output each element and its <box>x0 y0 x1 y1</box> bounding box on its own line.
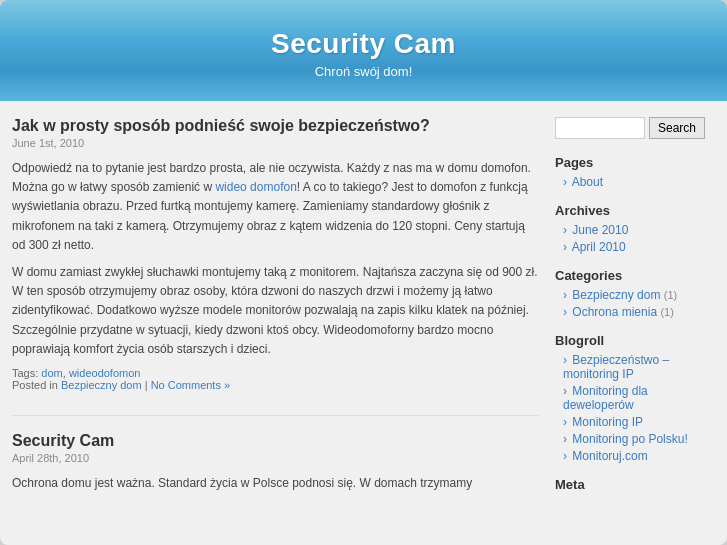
comments-link[interactable]: No Comments » <box>151 379 230 391</box>
archives-title: Archives <box>555 203 715 218</box>
pages-list: › About <box>555 175 715 189</box>
search-button[interactable]: Search <box>649 117 705 139</box>
post-title: Jak w prosty sposób podnieść swoje bezpi… <box>12 117 539 135</box>
blogroll-title: Blogroll <box>555 333 715 348</box>
list-item: › June 2010 <box>563 223 715 237</box>
post-divider <box>12 415 539 416</box>
post-title: Security Cam <box>12 432 539 450</box>
blogroll-link-3[interactable]: Monitoring IP <box>572 415 643 429</box>
inline-link-wideodofomon[interactable]: wideo domofon <box>215 180 296 194</box>
post-paragraph-1: Odpowiedź na to pytanie jest bardzo pros… <box>12 159 539 255</box>
arrow-icon: › <box>563 449 567 463</box>
arrow-icon: › <box>563 223 567 237</box>
blogroll-list: › Bezpieczeństwo – monitoring IP › Monit… <box>555 353 715 463</box>
archives-list: › June 2010 › April 2010 <box>555 223 715 254</box>
arrow-icon: › <box>563 432 567 446</box>
categories-list: › Bezpieczny dom (1) › Ochrona mienia (1… <box>555 288 715 319</box>
main-content: Jak w prosty sposób podnieść swoje bezpi… <box>12 117 539 517</box>
category-count: (1) <box>660 306 673 318</box>
pages-title: Pages <box>555 155 715 170</box>
list-item: › Bezpieczny dom (1) <box>563 288 715 302</box>
list-item: › Bezpieczeństwo – monitoring IP <box>563 353 715 381</box>
tag-wideodofomon[interactable]: wideodofomon <box>69 367 141 379</box>
blogroll-link-1[interactable]: Bezpieczeństwo – monitoring IP <box>563 353 669 381</box>
category-count: (1) <box>664 289 677 301</box>
post-date: June 1st, 2010 <box>12 137 539 149</box>
pages-section: Pages › About <box>555 155 715 189</box>
list-item: › Monitoruj.com <box>563 449 715 463</box>
search-widget: Search <box>555 117 715 139</box>
list-item: › Monitoring IP <box>563 415 715 429</box>
archive-link-june2010[interactable]: June 2010 <box>572 223 628 237</box>
tag-dom[interactable]: dom <box>41 367 62 379</box>
post-footer: Tags: dom, wideodofomon Posted in Bezpie… <box>12 367 539 391</box>
blogroll-link-5[interactable]: Monitoruj.com <box>572 449 647 463</box>
archives-section: Archives › June 2010 › April 2010 <box>555 203 715 254</box>
post-date: April 28th, 2010 <box>12 452 539 464</box>
arrow-icon: › <box>563 288 567 302</box>
post-paragraph-2: W domu zamiast zwykłej słuchawki montuje… <box>12 263 539 359</box>
blogroll-section: Blogroll › Bezpieczeństwo – monitoring I… <box>555 333 715 463</box>
category-link[interactable]: Bezpieczny dom <box>61 379 142 391</box>
arrow-icon: › <box>563 175 567 189</box>
post-item: Security Cam April 28th, 2010 Ochrona do… <box>12 432 539 493</box>
post-item: Jak w prosty sposób podnieść swoje bezpi… <box>12 117 539 391</box>
arrow-icon: › <box>563 384 567 398</box>
meta-section: Meta <box>555 477 715 492</box>
sidebar: Search Pages › About Archives › <box>555 117 715 517</box>
blogroll-link-2[interactable]: Monitoring dla deweloperów <box>563 384 648 412</box>
category-link-bezpieczny-dom[interactable]: Bezpieczny dom <box>572 288 660 302</box>
post-paragraph: Ochrona domu jest ważna. Standard życia … <box>12 474 539 493</box>
blogroll-link-4[interactable]: Monitoring po Polsku! <box>572 432 687 446</box>
categories-section: Categories › Bezpieczny dom (1) › Ochron… <box>555 268 715 319</box>
category-link-ochrona-mienia[interactable]: Ochrona mienia <box>572 305 657 319</box>
list-item: › Ochrona mienia (1) <box>563 305 715 319</box>
categories-title: Categories <box>555 268 715 283</box>
archive-link-april2010[interactable]: April 2010 <box>572 240 626 254</box>
list-item: › About <box>563 175 715 189</box>
page-link-about[interactable]: About <box>572 175 603 189</box>
arrow-icon: › <box>563 305 567 319</box>
arrow-icon: › <box>563 240 567 254</box>
arrow-icon: › <box>563 353 567 367</box>
site-tagline: Chroń swój dom! <box>20 64 707 79</box>
site-title: Security Cam <box>20 28 707 60</box>
search-input[interactable] <box>555 117 645 139</box>
list-item: › Monitoring dla deweloperów <box>563 384 715 412</box>
list-item: › April 2010 <box>563 240 715 254</box>
list-item: › Monitoring po Polsku! <box>563 432 715 446</box>
meta-title: Meta <box>555 477 715 492</box>
arrow-icon: › <box>563 415 567 429</box>
